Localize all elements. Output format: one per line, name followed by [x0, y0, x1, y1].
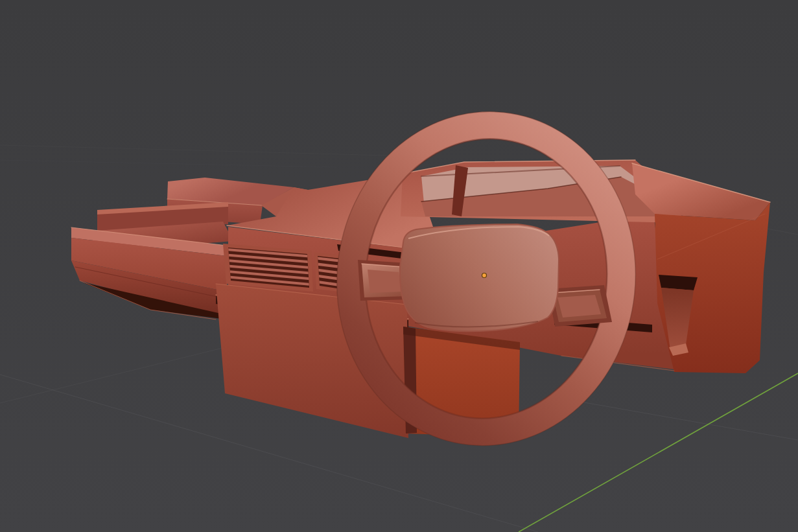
- viewport-3d[interactable]: [0, 0, 798, 532]
- object-origin-dot[interactable]: [482, 273, 487, 278]
- vent-notch-lip[interactable]: [659, 275, 698, 290]
- left-spoke-plate-face[interactable]: [368, 270, 402, 293]
- right-spoke-plate-face[interactable]: [557, 295, 601, 318]
- scene-canvas: [0, 0, 798, 532]
- steering-pad[interactable]: [400, 224, 559, 331]
